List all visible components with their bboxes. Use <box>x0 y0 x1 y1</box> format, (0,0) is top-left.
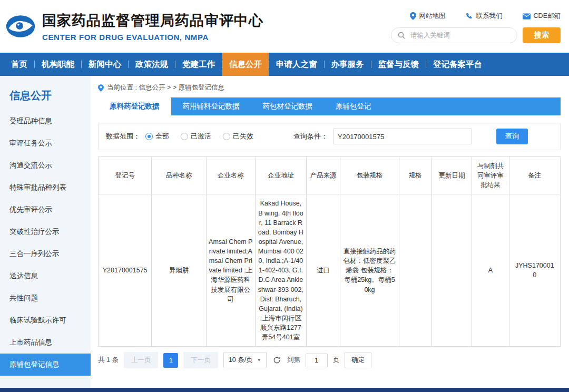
cell-variety-name: 异烟肼 <box>152 194 206 347</box>
radio-option-all[interactable]: 全部 <box>145 132 169 141</box>
sidebar-item-priority-review[interactable]: 优先审评公示 <box>0 199 91 221</box>
quick-link-mail[interactable]: CDE邮箱 <box>523 12 561 21</box>
header-packaging-spec: 包装规格 <box>340 157 399 194</box>
goto-label: 到第 <box>287 356 300 365</box>
tab-excipient-data[interactable]: 药用辅料登记数据 <box>171 97 251 115</box>
site-header: 国家药品监督管理局药品审评中心 CENTER FOR DRUG EVALUATI… <box>0 0 569 53</box>
content: 信息公开 受理品种信息 审评任务公示 沟通交流公示 特殊审批品种列表 优先审评公… <box>0 76 569 388</box>
page: 国家药品监督管理局药品审评中心 CENTER FOR DRUG EVALUATI… <box>0 0 569 392</box>
scope-label: 数据范围： <box>106 132 140 141</box>
header-variety-name: 品种名称 <box>152 157 206 194</box>
nav-item-registration-platform[interactable]: 登记备案平台 <box>426 53 489 76</box>
next-page-button[interactable]: 下一页 <box>183 352 218 368</box>
cde-logo-icon <box>5 11 36 42</box>
site-title: 国家药品监督管理局药品审评中心 <box>42 11 263 30</box>
nav-item-policies[interactable]: 政策法规 <box>129 53 175 76</box>
brand: 国家药品监督管理局药品审评中心 CENTER FOR DRUG EVALUATI… <box>5 11 263 42</box>
nav-item-applicant-window[interactable]: 申请人之窗 <box>269 53 324 76</box>
search-button[interactable]: 搜索 <box>523 27 561 43</box>
cell-company-name: Amsal Chem Private limited;Amsal Chem Pr… <box>206 194 255 347</box>
radio-checked-icon <box>145 133 153 140</box>
sidebar-item-marketed-drugs[interactable]: 上市药品信息 <box>0 331 91 354</box>
breadcrumb: 当前位置 : 信息公开 > > 原辅包登记信息 <box>98 76 561 97</box>
quick-link-label: CDE邮箱 <box>534 12 561 21</box>
confirm-button[interactable]: 确定 <box>345 352 371 368</box>
phone-icon <box>466 13 473 20</box>
main-panel: 当前位置 : 信息公开 > > 原辅包登记信息 原料药登记数据 药用辅料登记数据… <box>91 76 569 388</box>
cell-company-address: Kakad House, B wing, 4th floor, 11 Barra… <box>255 194 306 347</box>
sidebar-title: 信息公开 <box>0 84 91 110</box>
pagination: 共 1 条 上一页 1 下一页 10 条/页 ▼ 到第 页 确定 <box>98 352 561 368</box>
sidebar-item-special-approval-list[interactable]: 特殊审批品种列表 <box>0 177 91 199</box>
radio-label: 已失效 <box>233 132 253 141</box>
sidebar-item-clinical-trial-license[interactable]: 临床试验默示许可 <box>0 309 91 331</box>
brand-text: 国家药品监督管理局药品审评中心 CENTER FOR DRUG EVALUATI… <box>42 11 263 42</box>
search-row: 搜索 <box>391 27 561 43</box>
radio-unchecked-icon <box>223 133 230 140</box>
registration-table: 登记号 品种名称 企业名称 企业地址 产品来源 包装规格 规格 更新日期 与制剂… <box>98 156 561 347</box>
page-number-1[interactable]: 1 <box>163 353 178 368</box>
sidebar-item-review-tasks[interactable]: 审评任务公示 <box>0 132 91 154</box>
query-input[interactable] <box>333 129 472 144</box>
tab-bar: 原料药登记数据 药用辅料登记数据 药包材登记数据 原辅包登记 <box>98 97 561 115</box>
nav-item-home[interactable]: 首页 <box>4 53 34 76</box>
sidebar-item-delivery-info[interactable]: 送达信息 <box>0 265 91 287</box>
radio-option-expired[interactable]: 已失效 <box>223 132 253 141</box>
header-spec: 规格 <box>399 157 431 194</box>
total-count-text: 共 1 条 <box>98 356 119 365</box>
tab-apipe-registration[interactable]: 原辅包登记 <box>324 97 383 115</box>
sidebar-item-communication[interactable]: 沟通交流公示 <box>0 154 91 177</box>
sidebar-item-three-in-one[interactable]: 三合一序列公示 <box>0 243 91 265</box>
main-nav: 首页 机构职能 新闻中心 政策法规 党建工作 信息公开 申请人之窗 办事服务 监… <box>0 53 569 76</box>
radio-option-active[interactable]: 已激活 <box>181 132 211 141</box>
query-button[interactable]: 查询 <box>496 129 528 144</box>
radio-label: 已激活 <box>191 132 211 141</box>
breadcrumb-text: 当前位置 : 信息公开 > > 原辅包登记信息 <box>107 83 224 92</box>
footer <box>0 388 569 392</box>
header-company-address: 企业地址 <box>255 157 306 194</box>
radio-label: 全部 <box>155 132 169 141</box>
table-row: Y20170001575 异烟肼 Amsal Chem Private limi… <box>99 194 561 347</box>
table-header-row: 登记号 品种名称 企业名称 企业地址 产品来源 包装规格 规格 更新日期 与制剂… <box>99 157 561 194</box>
radio-unchecked-icon <box>181 133 188 140</box>
search-box[interactable] <box>391 27 517 43</box>
nav-item-party-building[interactable]: 党建工作 <box>175 53 222 76</box>
chevron-down-icon: ▼ <box>257 358 261 362</box>
page-size-select[interactable]: 10 条/页 ▼ <box>223 352 267 368</box>
prev-page-button[interactable]: 上一页 <box>124 352 159 368</box>
header-joint-review-result: 与制剂共同审评审批结果 <box>472 157 509 194</box>
goto-page-input[interactable] <box>306 354 328 367</box>
search-icon <box>398 32 405 39</box>
filter-bar: 数据范围： 全部 已激活 已失效 查询条件： 查询 <box>98 123 561 150</box>
header-reg-no: 登记号 <box>99 157 152 194</box>
tab-api-data[interactable]: 原料药登记数据 <box>98 97 171 115</box>
nav-item-functions[interactable]: 机构职能 <box>35 53 81 76</box>
header-remark: 备注 <box>509 157 560 194</box>
quick-links: 网站地图 联系我们 CDE邮箱 <box>410 12 561 21</box>
sidebar-item-accepted-varieties[interactable]: 受理品种信息 <box>0 110 91 132</box>
search-input[interactable] <box>409 31 517 40</box>
quick-link-label: 网站地图 <box>419 12 446 21</box>
header-update-date: 更新日期 <box>431 157 472 194</box>
quick-link-contact[interactable]: 联系我们 <box>466 12 503 21</box>
sidebar-item-breakthrough-therapy[interactable]: 突破性治疗公示 <box>0 221 91 243</box>
quick-link-label: 联系我们 <box>476 12 503 21</box>
sidebar-item-apipe-registration[interactable]: 原辅包登记信息 <box>0 354 91 376</box>
refresh-icon[interactable] <box>273 356 281 364</box>
mail-icon <box>523 13 531 19</box>
nav-item-supervision-feedback[interactable]: 监督与反馈 <box>371 53 426 76</box>
sidebar-item-common-issues[interactable]: 共性问题 <box>0 287 91 309</box>
nav-item-info-disclosure[interactable]: 信息公开 <box>222 53 269 76</box>
quick-link-sitemap[interactable]: 网站地图 <box>410 12 446 21</box>
nav-item-services[interactable]: 办事服务 <box>325 53 371 76</box>
cell-update-date <box>431 194 472 347</box>
cell-spec <box>399 194 431 347</box>
goto-unit: 页 <box>333 356 340 365</box>
header-right: 网站地图 联系我们 CDE邮箱 <box>391 9 561 43</box>
cell-reg-no: Y20170001575 <box>99 194 152 347</box>
tab-packaging-data[interactable]: 药包材登记数据 <box>251 97 325 115</box>
cell-product-origin: 进口 <box>307 194 340 347</box>
nav-item-news[interactable]: 新闻中心 <box>82 53 128 76</box>
site-subtitle: CENTER FOR DRUG EVALUATION, NMPA <box>42 33 263 42</box>
header-product-origin: 产品来源 <box>307 157 340 194</box>
